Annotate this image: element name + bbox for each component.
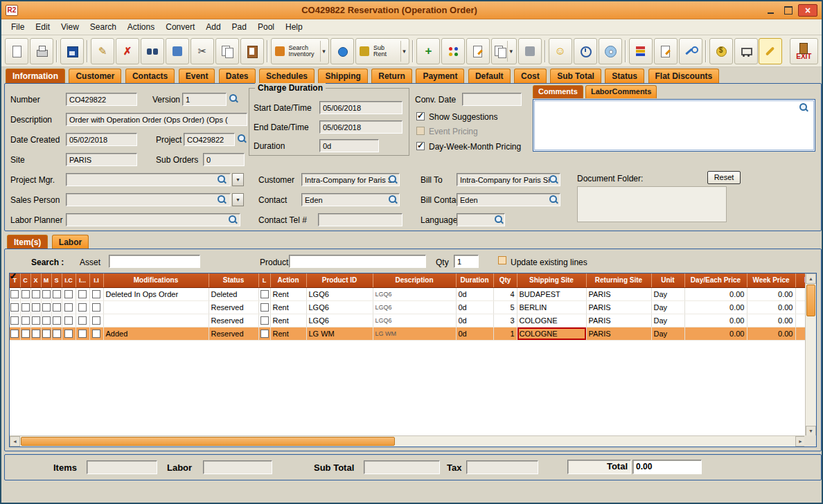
checkbox[interactable]	[64, 303, 73, 312]
cell-week-price[interactable]: 0.00	[747, 314, 795, 327]
minimize-button[interactable]	[763, 4, 778, 17]
cell[interactable]	[41, 287, 51, 300]
dropdown-arrow-icon[interactable]	[507, 41, 515, 62]
col-header[interactable]: L	[258, 273, 270, 287]
menu-add[interactable]: Add	[200, 21, 226, 33]
bill-contact-search-icon[interactable]	[549, 195, 559, 205]
cell[interactable]	[20, 314, 30, 327]
update-existing-lines-checkbox[interactable]	[498, 256, 506, 264]
cell-action[interactable]: Rent	[270, 287, 306, 300]
checkbox[interactable]	[64, 290, 73, 298]
checkbox[interactable]	[64, 330, 73, 338]
cell-qty[interactable]: 1	[493, 327, 517, 340]
close-button[interactable]: ×	[798, 4, 817, 17]
row-select-checkbox[interactable]	[10, 330, 19, 338]
checkbox[interactable]	[42, 330, 51, 338]
cell[interactable]	[20, 327, 30, 340]
key-button[interactable]	[679, 38, 702, 64]
media-button[interactable]	[599, 38, 622, 64]
cell-returning-site[interactable]: PARIS	[586, 287, 651, 300]
checkbox[interactable]	[32, 330, 40, 338]
table-row-selected[interactable]: Added Reserved Rent LG WM LG WM 0d 1 COL…	[10, 327, 806, 340]
cell[interactable]	[51, 314, 62, 327]
tab-customer[interactable]: Customer	[69, 69, 121, 83]
cell-returning-site[interactable]: PARIS	[586, 314, 651, 327]
col-header[interactable]: X	[30, 273, 41, 287]
cell-day-price[interactable]: 0.00	[684, 314, 747, 327]
checkbox[interactable]	[21, 316, 30, 325]
cell-week-price[interactable]: 0.00	[747, 300, 795, 314]
checkbox[interactable]	[78, 303, 87, 312]
cell-status[interactable]: Reserved	[209, 314, 258, 327]
cell-product-id[interactable]: LGQ6	[306, 300, 373, 314]
bill-to-search-icon[interactable]	[549, 174, 559, 185]
cell-unit[interactable]: Day	[651, 327, 684, 340]
checkbox[interactable]	[64, 316, 73, 325]
comments-textarea[interactable]	[533, 99, 815, 152]
cell-month-price[interactable]	[795, 314, 806, 327]
col-header-status[interactable]: Status	[209, 273, 258, 287]
table-row[interactable]: Reserved Rent LGQ6 LGQ6 0d 5 BERLIN PARI…	[10, 300, 806, 314]
cell-returning-site[interactable]: PARIS	[586, 300, 651, 314]
batch-print-button[interactable]	[518, 38, 542, 64]
wand-button[interactable]	[759, 38, 782, 64]
day-week-month-pricing-checkbox[interactable]	[416, 142, 425, 150]
checkbox[interactable]	[53, 290, 61, 298]
tab-status[interactable]: Status	[605, 69, 644, 83]
cell-month-price[interactable]	[795, 287, 806, 300]
checkbox[interactable]	[42, 303, 51, 312]
tab-comments[interactable]: Comments	[533, 85, 583, 98]
horizontal-scroll-thumb[interactable]	[21, 437, 395, 446]
cell-qty[interactable]: 3	[493, 314, 517, 327]
checkbox[interactable]	[21, 303, 30, 312]
menu-pool[interactable]: Pool	[252, 21, 280, 33]
checkbox[interactable]	[53, 316, 61, 325]
reports-button[interactable]	[629, 38, 653, 64]
cell-month-price[interactable]	[795, 300, 806, 314]
cell-action[interactable]: Rent	[270, 314, 306, 327]
cut-button[interactable]: ✂	[191, 38, 214, 64]
tab-event[interactable]: Event	[179, 69, 215, 83]
tab-labor-comments[interactable]: LaborComments	[585, 85, 657, 98]
cell[interactable]	[20, 287, 30, 300]
cell[interactable]	[51, 327, 62, 340]
cell[interactable]	[41, 327, 51, 340]
cell-status[interactable]: Reserved	[209, 327, 258, 340]
cell[interactable]	[258, 287, 270, 300]
cell[interactable]	[89, 327, 103, 340]
cell-qty[interactable]: 4	[493, 287, 517, 300]
show-suggestions-checkbox[interactable]	[416, 112, 425, 120]
sub-rent-button[interactable]: Sub Rent	[355, 38, 409, 64]
cell-unit[interactable]: Day	[651, 314, 684, 327]
vertical-scroll-thumb[interactable]	[806, 285, 815, 316]
product-input[interactable]	[289, 255, 426, 268]
col-header[interactable]: S	[51, 273, 62, 287]
col-header-month-price[interactable]: Month	[795, 273, 806, 287]
purchase-button[interactable]	[734, 38, 758, 64]
col-header-shipping-site[interactable]: Shipping Site	[517, 273, 586, 287]
paste-button[interactable]	[240, 38, 264, 64]
cell[interactable]	[51, 300, 62, 314]
customer-search-icon[interactable]	[388, 174, 398, 185]
menu-actions[interactable]: Actions	[122, 21, 160, 33]
cell[interactable]	[258, 314, 270, 327]
cell[interactable]	[76, 300, 89, 314]
cell-returning-site[interactable]: PARIS	[586, 327, 651, 340]
cell[interactable]	[30, 287, 41, 300]
cell-modifications[interactable]	[103, 314, 209, 327]
checkbox[interactable]	[92, 303, 100, 312]
l-checkbox[interactable]	[260, 316, 269, 325]
menu-edit[interactable]: Edit	[30, 21, 55, 33]
cell-month-price[interactable]	[795, 327, 806, 340]
col-header-unit[interactable]: Unit	[651, 273, 684, 287]
edit-notes-button[interactable]	[654, 38, 678, 64]
col-header-action[interactable]: Action	[270, 273, 306, 287]
checkbox[interactable]	[32, 316, 40, 325]
table-row[interactable]: Reserved Rent LGQ6 LGQ6 0d 3 COLOGNE PAR…	[10, 314, 806, 327]
cell-action[interactable]: Rent	[270, 300, 306, 314]
comments-search-icon[interactable]	[799, 102, 809, 113]
cell-day-price[interactable]: 0.00	[684, 300, 747, 314]
cell-duration[interactable]: 0d	[456, 287, 493, 300]
maximize-button[interactable]	[781, 4, 795, 17]
cell[interactable]	[258, 300, 270, 314]
